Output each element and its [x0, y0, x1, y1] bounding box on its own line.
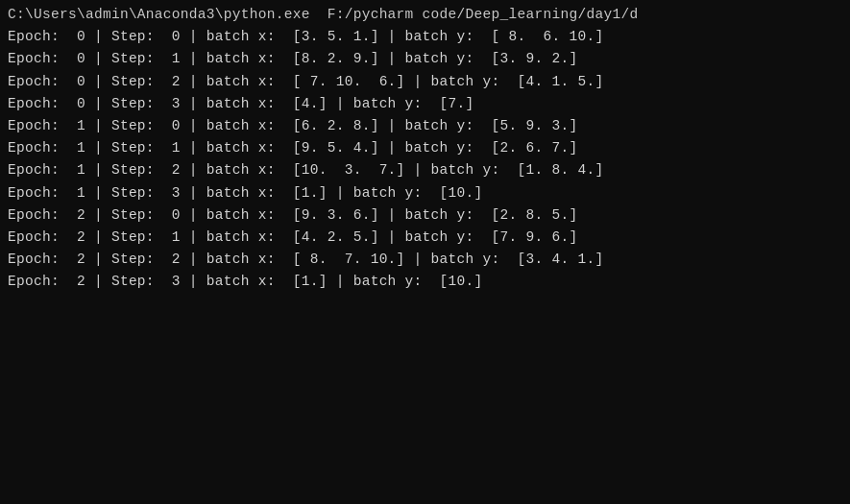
terminal-line: Epoch: 1 | Step: 0 | batch x: [6. 2. 8.]… — [8, 115, 842, 137]
terminal-line: Epoch: 2 | Step: 0 | batch x: [9. 3. 6.]… — [8, 204, 842, 227]
terminal-line: Epoch: 2 | Step: 3 | batch x: [1.] | bat… — [8, 271, 842, 293]
terminal-line: Epoch: 0 | Step: 2 | batch x: [ 7. 10. 6… — [8, 71, 842, 93]
terminal-window: C:\Users\admin\Anaconda3\python.exe F:/p… — [0, 0, 850, 504]
terminal-line: Epoch: 0 | Step: 1 | batch x: [8. 2. 9.]… — [8, 48, 842, 70]
terminal-line: Epoch: 1 | Step: 3 | batch x: [1.] | bat… — [8, 182, 842, 204]
terminal-output: Epoch: 0 | Step: 0 | batch x: [3. 5. 1.]… — [8, 26, 842, 293]
terminal-line: Epoch: 1 | Step: 1 | batch x: [9. 5. 4.]… — [8, 137, 842, 159]
terminal-line: Epoch: 2 | Step: 2 | batch x: [ 8. 7. 10… — [8, 249, 842, 271]
terminal-line: Epoch: 0 | Step: 3 | batch x: [4.] | bat… — [8, 93, 842, 115]
terminal-line: Epoch: 2 | Step: 1 | batch x: [4. 2. 5.]… — [8, 227, 842, 249]
terminal-header: C:\Users\admin\Anaconda3\python.exe F:/p… — [8, 4, 842, 26]
terminal-line: Epoch: 0 | Step: 0 | batch x: [3. 5. 1.]… — [8, 26, 842, 48]
terminal-line: Epoch: 1 | Step: 2 | batch x: [10. 3. 7.… — [8, 159, 842, 181]
